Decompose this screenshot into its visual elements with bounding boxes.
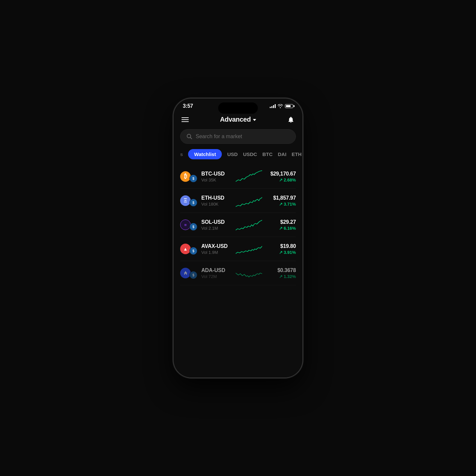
sol-price-value: $29.27 <box>266 219 296 225</box>
bell-icon[interactable] <box>287 116 295 123</box>
btc-price: $29,170.67 ↗ 2.68% <box>266 171 296 182</box>
ada-price: $0.3678 ↗ 1.32% <box>266 267 296 279</box>
market-item-eth[interactable]: Ξ $ ETH-USD Vol 180K $1,857.97 ↗ 3.71% <box>180 189 296 213</box>
sol-price-change: ↗ 6.16% <box>266 226 296 231</box>
market-list: ₿ $ BTC-USD Vol 35K $29,170.67 ↗ 2.68% <box>174 165 302 377</box>
svg-point-0 <box>187 134 191 138</box>
eth-price-value: $1,857.97 <box>266 195 296 201</box>
status-time: 3:57 <box>183 103 193 109</box>
btc-chart <box>236 170 262 183</box>
dynamic-island <box>218 102 258 114</box>
battery-icon <box>285 104 293 108</box>
eth-price: $1,857.97 ↗ 3.71% <box>266 195 296 207</box>
usd-icon-sol: $ <box>189 223 197 231</box>
avax-price: $19.80 ↗ 3.91% <box>266 243 296 255</box>
eth-name: ETH-USD <box>201 195 232 201</box>
tabs-container: s Watchlist USD USDC BTC DAI ETH <box>174 149 302 165</box>
market-item-ada[interactable]: ₳ $ ADA-USD Vol 72M $0.3678 ↗ 1.32% <box>180 261 296 285</box>
tab-btc[interactable]: BTC <box>262 149 273 159</box>
ada-vol: Vol 72M <box>201 274 232 279</box>
market-item-avax[interactable]: ▲ $ AVAX-USD Vol 1.9M $19.80 ↗ 3.91% <box>180 237 296 261</box>
avax-name: AVAX-USD <box>201 243 232 249</box>
avax-price-change: ↗ 3.91% <box>266 250 296 255</box>
avax-chart <box>236 242 262 256</box>
sol-coin-icons: ≡ $ <box>180 219 197 231</box>
tab-extra[interactable]: s <box>180 149 183 159</box>
menu-button[interactable] <box>181 117 189 122</box>
eth-coin-icons: Ξ $ <box>180 195 197 207</box>
avax-price-value: $19.80 <box>266 243 296 249</box>
phone-frame: 3:57 Advanced <box>174 99 302 377</box>
market-item-sol[interactable]: ≡ $ SOL-USD Vol 2.1M $29.27 ↗ 6.16% <box>180 213 296 237</box>
app-title: Advanced <box>220 116 251 123</box>
ada-name: ADA-USD <box>201 267 232 273</box>
btc-price-value: $29,170.67 <box>266 171 296 177</box>
eth-icon: Ξ <box>180 195 191 206</box>
btc-name: BTC-USD <box>201 171 232 177</box>
tab-dai[interactable]: DAI <box>278 149 286 159</box>
usd-icon-eth: $ <box>189 199 197 207</box>
usd-icon-avax: $ <box>189 247 197 255</box>
usd-icon-ada: $ <box>189 271 197 279</box>
avax-coin-icons: ▲ $ <box>180 243 197 255</box>
status-icons <box>270 104 293 108</box>
avax-icon: ▲ <box>180 244 191 254</box>
ada-icon: ₳ <box>180 268 191 278</box>
search-container: Search for a market <box>174 126 302 149</box>
ada-price-value: $0.3678 <box>266 267 296 273</box>
eth-info: ETH-USD Vol 180K <box>201 195 232 207</box>
btc-vol: Vol 35K <box>201 178 232 182</box>
phone-screen: 3:57 Advanced <box>174 99 302 377</box>
wifi-icon <box>278 104 283 108</box>
title-dropdown[interactable]: Advanced <box>220 116 256 123</box>
eth-price-change: ↗ 3.71% <box>266 202 296 207</box>
ada-price-change: ↗ 1.32% <box>266 274 296 279</box>
sol-icon: ≡ <box>180 219 191 230</box>
btc-price-change: ↗ 2.68% <box>266 178 296 182</box>
search-bar[interactable]: Search for a market <box>180 129 296 144</box>
market-item-btc[interactable]: ₿ $ BTC-USD Vol 35K $29,170.67 ↗ 2.68% <box>180 165 296 189</box>
btc-coin-icons: ₿ $ <box>180 171 197 182</box>
eth-vol: Vol 180K <box>201 202 232 207</box>
btc-info: BTC-USD Vol 35K <box>201 171 232 182</box>
tab-usd[interactable]: USD <box>227 149 238 159</box>
signal-icon <box>270 104 276 108</box>
sol-info: SOL-USD Vol 2.1M <box>201 219 232 231</box>
tab-watchlist[interactable]: Watchlist <box>188 149 222 159</box>
ada-chart <box>236 266 262 280</box>
sol-price: $29.27 ↗ 6.16% <box>266 219 296 231</box>
sol-vol: Vol 2.1M <box>201 226 232 231</box>
eth-chart <box>236 194 262 207</box>
sol-name: SOL-USD <box>201 219 232 225</box>
search-placeholder: Search for a market <box>196 134 242 139</box>
sol-chart <box>236 218 262 231</box>
tab-usdc[interactable]: USDC <box>243 149 257 159</box>
search-icon <box>186 134 192 139</box>
ada-coin-icons: ₳ $ <box>180 267 197 279</box>
chevron-down-icon <box>253 119 256 121</box>
header: Advanced <box>174 112 302 126</box>
btc-icon: ₿ <box>180 171 191 182</box>
ada-info: ADA-USD Vol 72M <box>201 267 232 279</box>
tab-eth[interactable]: ETH <box>292 149 301 159</box>
avax-vol: Vol 1.9M <box>201 250 232 255</box>
usd-icon-btc: $ <box>189 175 197 182</box>
avax-info: AVAX-USD Vol 1.9M <box>201 243 232 255</box>
